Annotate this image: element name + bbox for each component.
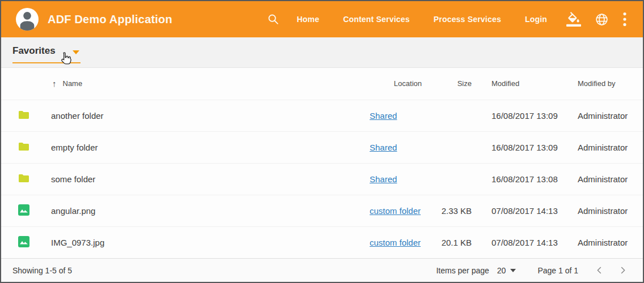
table-row[interactable]: some folder Shared 16/08/2017 13:08 Admi… xyxy=(1,163,643,195)
file-size xyxy=(425,100,474,131)
person-icon xyxy=(16,8,39,31)
showing-range-label: Showing 1-5 of 5 xyxy=(12,266,72,275)
table-row[interactable]: IMG_0973.jpg custom folder 20.1 KB 07/08… xyxy=(1,226,643,258)
column-header-modified-by[interactable]: Modified by xyxy=(570,68,643,100)
nav-login[interactable]: Login xyxy=(525,15,547,24)
column-header-name-label: Name xyxy=(63,79,83,88)
file-name[interactable]: another folder xyxy=(41,100,358,131)
items-per-page-label: Items per page xyxy=(436,266,489,275)
column-header-modified[interactable]: Modified xyxy=(474,68,570,100)
modified-by: Administrator xyxy=(570,163,643,195)
modified-by: Administrator xyxy=(570,226,643,258)
location-link[interactable]: Shared xyxy=(370,143,397,152)
modified-by: Administrator xyxy=(570,131,643,163)
app-header: ADF Demo Application Home Content Servic… xyxy=(1,1,643,37)
document-list: ↑ Name Location Size Modified Modified b… xyxy=(1,68,643,258)
sort-ascending-icon: ↑ xyxy=(52,79,57,88)
top-navigation: Home Content Services Process Services L… xyxy=(296,15,566,24)
previous-page-button[interactable] xyxy=(593,264,606,277)
view-toolbar: Favorites xyxy=(1,37,643,68)
file-name[interactable]: empty folder xyxy=(41,131,358,163)
file-size xyxy=(425,131,474,163)
files-table: ↑ Name Location Size Modified Modified b… xyxy=(1,68,643,258)
more-vert-icon[interactable] xyxy=(622,12,627,27)
folder-icon xyxy=(18,174,29,183)
modified-by: Administrator xyxy=(570,195,643,226)
header-action-icons xyxy=(566,12,627,27)
column-header-size[interactable]: Size xyxy=(425,68,474,100)
location-link[interactable]: Shared xyxy=(370,174,397,184)
nav-process-services[interactable]: Process Services xyxy=(434,15,501,24)
pagination-footer: Showing 1-5 of 5 Items per page 20 Page … xyxy=(1,258,643,282)
file-name[interactable]: some folder xyxy=(41,163,358,195)
folder-icon xyxy=(18,142,29,151)
column-header-location[interactable]: Location xyxy=(358,68,425,100)
modified-date: 16/08/2017 13:09 xyxy=(474,131,570,163)
table-row[interactable]: another folder Shared 16/08/2017 13:09 A… xyxy=(1,100,643,131)
dropdown-caret-icon xyxy=(73,50,79,54)
language-globe-icon[interactable] xyxy=(595,12,609,27)
file-name[interactable]: angular.png xyxy=(41,195,358,226)
search-icon[interactable] xyxy=(267,13,279,25)
items-per-page-value: 20 xyxy=(497,266,506,275)
modified-date: 16/08/2017 13:08 xyxy=(474,163,570,195)
items-per-page-select[interactable]: 20 xyxy=(497,266,516,275)
page-indicator-label: Page 1 of 1 xyxy=(537,266,578,275)
next-page-button[interactable] xyxy=(616,264,629,277)
nav-content-services[interactable]: Content Services xyxy=(343,15,410,24)
location-link[interactable]: Shared xyxy=(370,111,397,121)
table-header-row: ↑ Name Location Size Modified Modified b… xyxy=(1,68,643,100)
modified-date: 07/08/2017 14:13 xyxy=(474,195,570,226)
folder-icon xyxy=(18,110,29,119)
file-name[interactable]: IMG_0973.jpg xyxy=(41,226,358,258)
modified-by: Administrator xyxy=(570,100,643,131)
modified-date: 07/08/2017 14:13 xyxy=(474,226,570,258)
chevron-left-icon xyxy=(595,266,604,275)
app-window: ADF Demo Application Home Content Servic… xyxy=(0,0,644,283)
file-size: 20.1 KB xyxy=(425,226,474,258)
favorites-dropdown[interactable]: Favorites xyxy=(12,45,80,63)
format-color-fill-icon[interactable] xyxy=(566,12,581,27)
table-row[interactable]: angular.png custom folder 2.33 KB 07/08/… xyxy=(1,195,643,226)
column-header-name[interactable]: ↑ Name xyxy=(41,68,358,100)
select-caret-icon xyxy=(510,269,516,272)
file-size xyxy=(425,163,474,195)
file-size: 2.33 KB xyxy=(425,195,474,226)
location-link[interactable]: custom folder xyxy=(370,238,421,247)
app-title: ADF Demo Application xyxy=(48,13,172,26)
chevron-right-icon xyxy=(618,266,627,275)
pagination-controls: Items per page 20 Page 1 of 1 xyxy=(436,264,629,277)
image-file-icon xyxy=(18,204,29,216)
table-row[interactable]: empty folder Shared 16/08/2017 13:09 Adm… xyxy=(1,131,643,163)
image-file-icon xyxy=(18,236,29,247)
avatar[interactable] xyxy=(16,8,39,31)
favorites-title: Favorites xyxy=(12,45,56,57)
modified-date: 16/08/2017 13:09 xyxy=(474,100,570,131)
nav-home[interactable]: Home xyxy=(296,15,319,24)
column-header-icon xyxy=(1,68,41,100)
location-link[interactable]: custom folder xyxy=(370,206,421,216)
